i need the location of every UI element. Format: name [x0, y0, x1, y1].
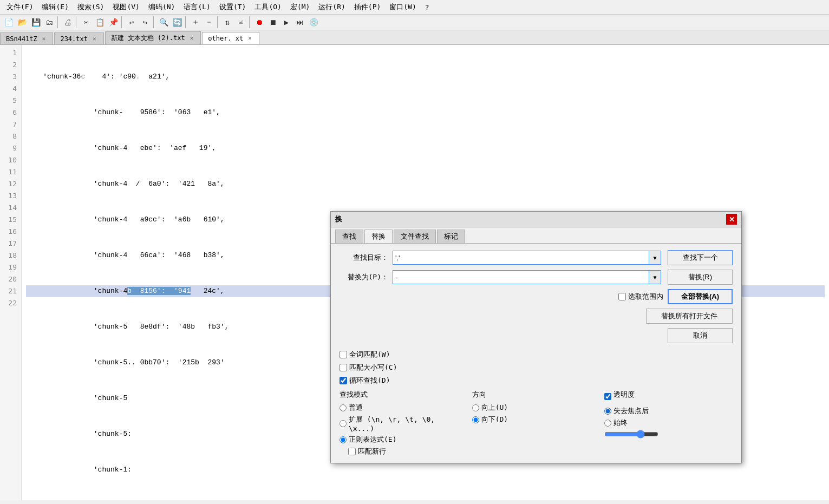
dialog-tab-find[interactable]: 查找 — [335, 230, 363, 243]
mode-regex-radio[interactable] — [340, 436, 347, 443]
tab-close-newdoc[interactable]: ✕ — [188, 34, 195, 42]
tab-label: 234.txt — [60, 35, 88, 43]
sync-scroll-btn[interactable]: ⇅ — [221, 16, 234, 29]
options-row-1: 全词匹配(W) — [340, 350, 733, 359]
save-btn[interactable]: 💾 — [29, 16, 42, 29]
find-input[interactable] — [393, 251, 649, 265]
tab-close-234txt[interactable]: ✕ — [91, 35, 98, 43]
find-btn[interactable]: 🔍 — [157, 16, 170, 29]
menu-plugins[interactable]: 插件(P) — [350, 1, 385, 13]
replace-input[interactable] — [393, 270, 649, 284]
match-newline-checkbox[interactable] — [348, 448, 356, 455]
save-all-btn[interactable]: 🗂 — [43, 16, 56, 29]
record-btn[interactable]: ⏺ — [253, 16, 266, 29]
match-case-text: 匹配大小写(C) — [349, 363, 397, 372]
direction-down-radio[interactable] — [472, 416, 479, 423]
tab-close-bsn441tz[interactable]: ✕ — [41, 35, 48, 43]
line-numbers: 1 2 3 4 5 6 7 8 9 10 11 12 13 14 15 16 1… — [0, 45, 22, 500]
new-file-btn[interactable]: 📄 — [2, 16, 15, 29]
select-range-checkbox[interactable] — [618, 293, 626, 300]
zoom-in-btn[interactable]: ＋ — [189, 16, 202, 29]
find-next-button[interactable]: 查找下一个 — [668, 250, 733, 265]
mode-regex-label[interactable]: 正则表达式(E) — [340, 435, 464, 444]
tab-close-other[interactable]: ✕ — [246, 34, 253, 42]
open-file-btn[interactable]: 📂 — [16, 16, 29, 29]
tab-bsn441tz[interactable]: BSn441tZ ✕ — [0, 32, 53, 44]
print-btn[interactable]: 🖨 — [61, 16, 74, 29]
line-num-17: 17 — [4, 238, 17, 250]
direction-up-label[interactable]: 向上(U) — [472, 403, 596, 413]
menu-macro[interactable]: 宏(M) — [286, 1, 314, 13]
mode-extended-text: 扩展 (\n, \r, \t, \0, \x...) — [349, 415, 464, 433]
wrap-around-checkbox[interactable] — [340, 377, 347, 384]
menu-settings[interactable]: 设置(T) — [215, 1, 250, 13]
direction-up-radio[interactable] — [472, 404, 479, 411]
cut-btn[interactable]: ✂ — [80, 16, 93, 29]
tab-234txt[interactable]: 234.txt ✕ — [54, 32, 103, 44]
menu-encode[interactable]: 编码(N) — [144, 1, 179, 13]
replace-row: 替换为(P)： ▼ 替换(R) — [340, 270, 733, 285]
mode-extended-label[interactable]: 扩展 (\n, \r, \t, \0, \x...) — [340, 415, 464, 433]
line-num-2: 2 — [4, 59, 17, 71]
menubar: 文件(F) 编辑(E) 搜索(S) 视图(V) 编码(N) 语言(L) 设置(T… — [0, 0, 829, 15]
transparency-always-radio[interactable] — [604, 420, 611, 427]
match-case-label[interactable]: 匹配大小写(C) — [340, 363, 397, 372]
replace-button[interactable]: 替换(R) — [668, 270, 733, 285]
menu-view[interactable]: 视图(V) — [108, 1, 143, 13]
match-newline-label[interactable]: 匹配新行 — [348, 447, 464, 456]
whole-word-checkbox[interactable] — [340, 351, 347, 358]
direction-down-label[interactable]: 向下(D) — [472, 415, 596, 424]
match-case-checkbox[interactable] — [340, 364, 347, 371]
transparency-focus-label[interactable]: 失去焦点后 — [604, 406, 728, 416]
redo-btn[interactable]: ↪ — [139, 16, 152, 29]
transparency-checkbox[interactable] — [604, 393, 611, 400]
wrap-around-text: 循环查找(D) — [349, 376, 390, 385]
menu-window[interactable]: 窗口(W) — [385, 1, 420, 13]
play-btn[interactable]: ▶ — [280, 16, 293, 29]
cancel-button[interactable]: 取消 — [668, 328, 733, 343]
line-num-15: 15 — [4, 214, 17, 226]
line-num-18: 18 — [4, 250, 17, 261]
replace-all-button[interactable]: 全部替换(A) — [668, 289, 733, 304]
undo-btn[interactable]: ↩ — [125, 16, 138, 29]
select-range-text: 选取范围内 — [628, 292, 663, 302]
sep1 — [57, 16, 60, 28]
dialog-close-button[interactable]: ✕ — [726, 214, 737, 225]
tab-newdoc[interactable]: 新建 文本文档 (2).txt ✕ — [105, 31, 201, 44]
replace-input-wrap: ▼ — [393, 270, 661, 284]
mode-extended-radio[interactable] — [340, 420, 347, 427]
replace-side-btns: 替换(R) — [668, 270, 733, 285]
play-multi-btn[interactable]: ⏭ — [293, 16, 306, 29]
transparency-focus-radio[interactable] — [604, 408, 611, 415]
wrap-around-label[interactable]: 循环查找(D) — [340, 376, 390, 385]
replace-btn[interactable]: 🔄 — [171, 16, 184, 29]
select-range-label[interactable]: 选取范围内 — [618, 292, 663, 302]
menu-language[interactable]: 语言(L) — [179, 1, 214, 13]
replace-all-open-button[interactable]: 替换所有打开文件 — [646, 309, 733, 324]
mode-normal-radio[interactable] — [340, 404, 347, 411]
transparency-always-label[interactable]: 始终 — [604, 418, 728, 428]
menu-run[interactable]: 运行(R) — [314, 1, 349, 13]
word-wrap-btn[interactable]: ⏎ — [234, 16, 247, 29]
menu-help[interactable]: ? — [421, 2, 434, 12]
menu-file[interactable]: 文件(F) — [2, 1, 37, 13]
dialog-tab-file-find[interactable]: 文件查找 — [394, 230, 436, 243]
menu-edit[interactable]: 编辑(E) — [37, 1, 73, 13]
menu-tools[interactable]: 工具(O) — [250, 1, 285, 13]
search-mode-title: 查找模式 — [340, 390, 464, 400]
whole-word-label[interactable]: 全词匹配(W) — [340, 350, 390, 359]
transparency-slider[interactable] — [604, 430, 658, 438]
copy-btn[interactable]: 📋 — [93, 16, 106, 29]
dialog-tab-mark[interactable]: 标记 — [437, 230, 465, 243]
paste-btn[interactable]: 📌 — [107, 16, 120, 29]
mode-normal-label[interactable]: 普通 — [340, 403, 464, 413]
stop-btn[interactable]: ⏹ — [266, 16, 279, 29]
line-num-21: 21 — [4, 285, 17, 297]
save-macro-btn[interactable]: 💿 — [307, 16, 320, 29]
dialog-tab-replace[interactable]: 替换 — [364, 230, 393, 243]
find-dropdown-btn[interactable]: ▼ — [649, 251, 661, 265]
replace-dropdown-btn[interactable]: ▼ — [649, 270, 661, 284]
menu-search[interactable]: 搜索(S) — [73, 1, 108, 13]
tab-other[interactable]: other. xt ✕ — [202, 32, 259, 44]
zoom-out-btn[interactable]: － — [203, 16, 216, 29]
